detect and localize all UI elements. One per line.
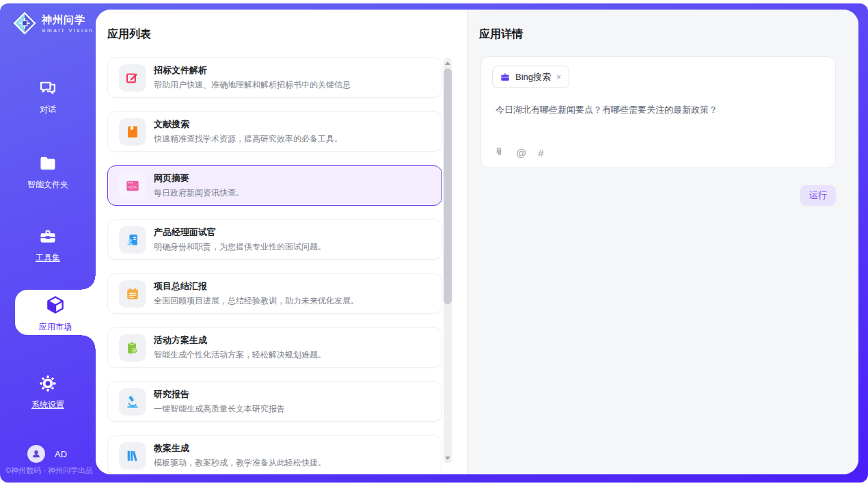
- brand-name: 神州问学: [42, 14, 85, 25]
- sidebar-item-label: 智能文件夹: [0, 179, 96, 191]
- app-desc: 每日政府新闻资讯快查。: [154, 187, 244, 199]
- sidebar-item-chat[interactable]: 对话: [0, 79, 96, 116]
- sidebar-item-app-market[interactable]: 应用市场: [15, 290, 96, 335]
- app-desc: 帮助用户快速、准确地理解和解析招标书中的关键信息: [154, 79, 351, 91]
- tool-tag-label: Bing搜索: [515, 71, 551, 83]
- app-card-event-plan[interactable]: 活动方案生成 智能生成个性化活动方案，轻松解决规划难题。: [107, 327, 442, 368]
- tool-tag-bing-search[interactable]: Bing搜索 ×: [492, 66, 569, 88]
- mention-icon[interactable]: @: [516, 147, 526, 159]
- interviewer-icon: [119, 226, 146, 254]
- app-detail-panel: 应用详情 Bing搜索 × 今日湖北有哪些新闻要点？: [467, 10, 858, 474]
- sidebar-item-label: 对话: [0, 104, 96, 116]
- prompt-composer: Bing搜索 × 今日湖北有哪些新闻要点？有哪些需要关注的最新政策？ @ #: [480, 56, 836, 168]
- brand-subtitle: Smart Vision: [42, 27, 94, 33]
- chat-icon: [38, 79, 57, 98]
- sidebar: 神州问学 Smart Vision 对话: [0, 3, 96, 483]
- folder-icon: [38, 154, 57, 173]
- sidebar-item-label: 应用市场: [15, 321, 96, 333]
- app-card-pm-interviewer[interactable]: 产品经理面试官 明确身份和职责，为您提供专业性的面试问题。: [107, 219, 442, 260]
- logo-diamond-icon: [12, 11, 37, 36]
- doc-edit-icon: [119, 64, 146, 92]
- cube-icon: [45, 295, 66, 315]
- app-list-scrollbar[interactable]: [444, 57, 452, 463]
- app-card-literature-search[interactable]: 文献搜索 快速精准查找学术资源，提高研究效率的必备工具。: [107, 111, 442, 152]
- app-name: 教案生成: [154, 442, 326, 455]
- app-card-research-report[interactable]: 研究报告 一键智能生成高质量长文本研究报告: [107, 381, 442, 422]
- app-list-title: 应用列表: [107, 27, 151, 42]
- toolbox-icon: [38, 227, 57, 246]
- sidebar-item-label: 系统设置: [0, 399, 96, 411]
- app-name: 项目总结汇报: [154, 280, 359, 293]
- app-name: 招标文件解析: [154, 64, 351, 77]
- close-icon[interactable]: ×: [556, 72, 562, 82]
- clipboard-check-icon: [119, 334, 146, 362]
- app-card-lesson-plan[interactable]: 教案生成 模板驱动，教案秒成，教学准备从此轻松快捷。: [107, 435, 442, 474]
- copyright-footer: ©神州数码 · 神州问学出品: [5, 465, 93, 476]
- app-desc: 全面回顾项目进展，总结经验教训，助力未来优化发展。: [154, 295, 359, 307]
- app-card-project-summary[interactable]: 项目总结汇报 全面回顾项目进展，总结经验教训，助力未来优化发展。: [107, 273, 442, 314]
- scrollbar-thumb[interactable]: [444, 68, 452, 304]
- app-desc: 一键智能生成高质量长文本研究报告: [154, 403, 285, 415]
- paperclip-icon[interactable]: [493, 146, 504, 159]
- book-icon: [119, 118, 146, 146]
- app-detail-title: 应用详情: [479, 27, 523, 42]
- scroll-down-icon[interactable]: [444, 454, 452, 462]
- app-name: 产品经理面试官: [154, 226, 326, 239]
- sidebar-item-smart-folder[interactable]: 智能文件夹: [0, 154, 96, 191]
- app-card-webpage-summary[interactable]: </> 网页摘要 每日政府新闻资讯快查。: [107, 165, 442, 206]
- app-card-list: 招标文件解析 帮助用户快速、准确地理解和解析招标书中的关键信息 文: [107, 57, 442, 474]
- app-name: 网页摘要: [154, 172, 244, 185]
- gear-icon: [38, 374, 57, 393]
- app-desc: 模板驱动，教案秒成，教学准备从此轻松快捷。: [154, 457, 326, 469]
- app-list-panel: 应用列表 招标文件解析 帮助用户快速、准确地理解和解析招标书中的关键信息: [96, 10, 467, 474]
- composer-toolbar: @ #: [493, 146, 544, 159]
- app-card-bid-doc-parse[interactable]: 招标文件解析 帮助用户快速、准确地理解和解析招标书中的关键信息: [107, 57, 442, 98]
- sidebar-item-toolbox[interactable]: 工具集: [0, 227, 96, 264]
- query-input[interactable]: 今日湖北有哪些新闻要点？有哪些需要关注的最新政策？: [496, 104, 822, 116]
- sidebar-item-label: 工具集: [0, 252, 96, 264]
- scroll-up-icon[interactable]: [444, 59, 452, 67]
- microscope-icon: [119, 388, 146, 416]
- sidebar-item-settings[interactable]: 系统设置: [0, 374, 96, 411]
- briefcase-icon: [500, 72, 511, 83]
- app-name: 文献搜索: [154, 118, 342, 131]
- report-note-icon: [119, 280, 146, 308]
- run-button[interactable]: 运行: [800, 185, 836, 206]
- app-desc: 明确身份和职责，为您提供专业性的面试问题。: [154, 241, 326, 253]
- main-content: 应用列表 招标文件解析 帮助用户快速、准确地理解和解析招标书中的关键信息: [96, 10, 858, 474]
- avatar: [27, 445, 45, 463]
- app-desc: 快速精准查找学术资源，提高研究效率的必备工具。: [154, 133, 342, 145]
- app-frame: 神州问学 Smart Vision 对话: [0, 3, 868, 483]
- app-desc: 智能生成个性化活动方案，轻松解决规划难题。: [154, 349, 326, 361]
- user-account[interactable]: AD: [27, 445, 67, 463]
- app-window: 神州问学 Smart Vision 对话: [0, 0, 868, 488]
- svg-text:</>: </>: [128, 185, 137, 190]
- brand-logo: 神州问学 Smart Vision: [12, 11, 94, 36]
- books-icon: [119, 442, 146, 470]
- app-name: 活动方案生成: [154, 334, 326, 347]
- webpage-icon: </>: [119, 172, 146, 200]
- hash-icon[interactable]: #: [538, 147, 543, 159]
- user-initials: AD: [55, 449, 67, 459]
- app-name: 研究报告: [154, 388, 285, 401]
